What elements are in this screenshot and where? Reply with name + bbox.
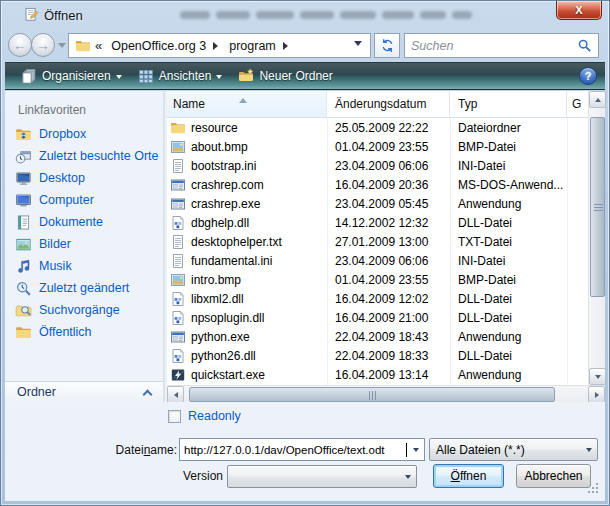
titlebar[interactable]: Öffnen X [0,0,610,30]
navigation-pane: Linkfavoriten Dropbox Zuletzt besuchte O… [5,91,165,402]
version-combobox[interactable] [227,465,417,488]
open-button[interactable]: Öffnen [433,464,504,488]
file-row[interactable]: bootstrap.ini 23.04.2009 06:06 INI-Datei [167,156,588,175]
scroll-left-button[interactable] [167,386,184,403]
column-header-type[interactable]: Typ [450,91,567,117]
sidebar-item[interactable]: Dokumente [5,211,163,233]
history-dropdown-icon[interactable] [58,43,66,52]
file-row[interactable]: intro.bmp 01.04.2009 23:55 BMP-Datei [167,270,588,289]
background-window-menu-blur [382,11,414,19]
version-dropdown-button[interactable] [399,466,416,487]
file-name: intro.bmp [191,273,327,287]
breadcrumb-item-openoffice[interactable]: OpenOffice.org 3 [108,37,209,55]
readonly-checkbox[interactable] [168,410,181,423]
sidebar-item-label: Suchvorgänge [39,303,120,317]
filetype-dropdown-button[interactable] [580,439,597,460]
breadcrumb-overflow[interactable]: « [95,38,102,53]
file-row[interactable]: quickstart.exe 16.04.2009 13:14 Anwendun… [167,365,588,384]
filetype-combobox[interactable]: Alle Dateien (*.*) [429,438,598,461]
file-row[interactable]: dbghelp.dll 14.12.2002 12:32 DLL-Datei [167,213,588,232]
sidebar-item[interactable]: Desktop [5,167,163,189]
refresh-button[interactable] [374,33,400,58]
command-toolbar: Organisieren Ansichten Neuer Ordner ? [5,62,605,90]
forward-button[interactable]: → [31,33,55,57]
sidebar-item[interactable]: Öffentlich [5,321,163,343]
sidebar-item-label: Bilder [39,237,71,251]
recent-places-icon [15,148,32,165]
file-row[interactable]: crashrep.exe 23.04.2009 05:45 Anwendung [167,194,588,213]
search-box[interactable] [404,33,599,58]
breadcrumb-separator-icon[interactable] [283,42,292,50]
music-icon [15,258,32,275]
vertical-scroll-thumb[interactable] [590,117,605,297]
views-button[interactable]: Ansichten [130,65,231,87]
file-row[interactable]: python.exe 22.04.2009 18:43 Anwendung [167,327,588,346]
file-date: 22.04.2009 18:33 [327,349,450,363]
breadcrumb-item-program[interactable]: program [226,37,279,55]
file-row[interactable]: about.bmp 01.04.2009 23:55 BMP-Datei [167,137,588,156]
file-type: DLL-Datei [450,292,567,306]
organize-label: Organisieren [42,69,111,83]
background-window-menu-blur [340,11,376,19]
sidebar-item[interactable]: Computer [5,189,163,211]
file-row[interactable]: desktophelper.txt 27.01.2009 13:00 TXT-D… [167,232,588,251]
breadcrumb-separator-icon[interactable] [213,42,222,50]
sidebar-item[interactable]: Zuletzt geändert [5,277,163,299]
address-dropdown-button[interactable] [350,41,366,50]
sidebar-item[interactable]: Dropbox [5,123,163,145]
file-type: MS-DOS-Anwend... [450,178,567,192]
file-list: Name Änderungsdatum Typ G resource 25.05… [167,91,605,402]
vertical-scrollbar[interactable] [588,91,605,385]
sidebar-item[interactable]: Suchvorgänge [5,299,163,321]
file-row[interactable]: python26.dll 22.04.2009 18:33 DLL-Datei [167,346,588,365]
readonly-label[interactable]: Readonly [188,409,241,423]
column-grid-line [327,118,328,385]
navigation-row: ← → « OpenOffice.org 3 program [5,30,605,62]
cancel-button[interactable]: Abbrechen [516,464,591,488]
file-row[interactable]: libxml2.dll 16.04.2009 12:02 DLL-Datei [167,289,588,308]
file-name: libxml2.dll [191,292,327,306]
horizontal-scrollbar[interactable] [167,385,605,402]
file-date: 22.04.2009 18:43 [327,330,450,344]
column-header-name[interactable]: Name [167,91,327,117]
filename-value[interactable]: http://127.0.0.1/dav/OpenOffice/text.odt [180,444,406,456]
window-title: Öffnen [44,8,83,23]
filename-combobox[interactable]: http://127.0.0.1/dav/OpenOffice/text.odt [179,438,425,461]
help-button[interactable]: ? [579,67,597,85]
horizontal-scroll-thumb[interactable] [189,387,555,402]
sidebar-item[interactable]: Bilder [5,233,163,255]
close-button[interactable]: X [556,1,602,20]
filename-dropdown-button[interactable] [407,439,424,460]
folders-label: Ordner [17,385,56,399]
file-row[interactable]: fundamental.ini 23.04.2009 06:06 INI-Dat… [167,251,588,270]
background-window-menu-blur [300,11,334,19]
column-header-date[interactable]: Änderungsdatum [327,91,450,117]
file-type: TXT-Datei [450,235,567,249]
sidebar-item[interactable]: Zuletzt besuchte Orte [5,145,163,167]
version-label: Version [125,469,223,483]
address-bar[interactable]: « OpenOffice.org 3 program [68,33,371,58]
scroll-right-button[interactable] [588,386,605,403]
folders-expander[interactable]: Ordner [5,381,163,402]
background-window-menu-blur [180,11,210,19]
app-file-icon [170,329,186,345]
scroll-up-button[interactable] [589,91,606,108]
column-header-size[interactable]: G [567,91,588,117]
file-row[interactable]: resource 25.05.2009 22:22 Dateiordner [167,118,588,137]
new-folder-button[interactable]: Neuer Ordner [230,65,340,87]
public-folder-icon [15,324,32,341]
favorites-list: Dropbox Zuletzt besuchte Orte Desktop Co… [5,123,163,343]
desktop-icon [15,170,32,187]
resize-grip[interactable] [588,483,599,494]
views-label: Ansichten [159,69,212,83]
dll-file-icon [170,291,186,307]
organize-button[interactable]: Organisieren [13,65,130,87]
search-icon[interactable] [577,38,592,53]
scroll-down-button[interactable] [589,368,606,385]
image-file-icon [170,272,186,288]
file-row[interactable]: npsoplugin.dll 16.04.2009 21:00 DLL-Date… [167,308,588,327]
back-button[interactable]: ← [8,33,32,57]
file-row[interactable]: crashrep.com 16.04.2009 20:36 MS-DOS-Anw… [167,175,588,194]
sidebar-item[interactable]: Musik [5,255,163,277]
search-input[interactable] [411,39,577,53]
